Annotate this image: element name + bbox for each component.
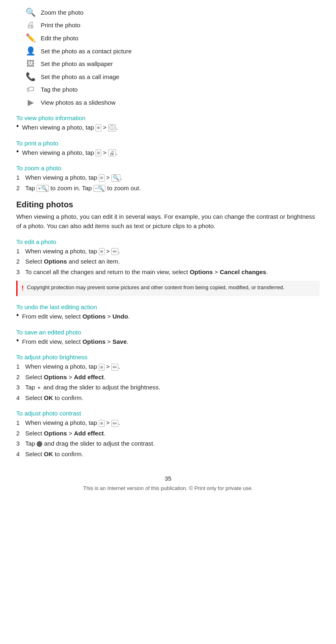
menu-icon6: ≡	[99, 420, 105, 427]
contrast-num-4: 4	[16, 450, 25, 459]
brightness-step-4: 4 Select OK to confirm.	[16, 393, 320, 403]
menu-item-slideshow: ▶ View photos as a slideshow	[16, 97, 320, 107]
edit-step-1: 1 When viewing a photo, tap ≡ > ✏.	[16, 247, 320, 256]
wallpaper-icon: 🖼	[20, 59, 41, 68]
icon-menu-list: 🔍 Zoom the photo 🖨 Print the photo ✏️ Ed…	[16, 7, 320, 107]
menu-item-callimage: 📞 Set the photo as a call image	[16, 72, 320, 81]
info-icon: ⓘ	[108, 124, 116, 132]
section-contrast: To adjust photo contrast 1 When viewing …	[16, 410, 320, 459]
view-info-text: When viewing a photo, tap ≡ > ⓘ.	[22, 123, 118, 132]
contrast-step-1: 1 When viewing a photo, tap ≡ > ✏.	[16, 418, 320, 428]
bright-step-2-text: Select Options > Add effect.	[25, 373, 105, 382]
tag-label: Tag the photo	[41, 86, 78, 93]
bullet-dot2: •	[16, 147, 19, 156]
bright-num-2: 2	[16, 373, 25, 382]
edit-label: Edit the photo	[41, 35, 79, 42]
edit-icon2: ✏	[111, 248, 118, 255]
undo-heading: To undo the last editing action	[16, 303, 320, 310]
brightness-step-1: 1 When viewing a photo, tap ≡ > ✏.	[16, 362, 320, 371]
bullet-dot: •	[16, 122, 19, 131]
section-save: To save an edited photo • From edit view…	[16, 329, 320, 347]
section-editing: Editing photos When viewing a photo, you…	[16, 200, 320, 231]
undo-text: From edit view, select Options > Undo.	[22, 312, 130, 321]
print-heading: To print a photo	[16, 140, 320, 147]
step-num-2: 2	[16, 184, 25, 193]
section-view-info: To view photo information • When viewing…	[16, 114, 320, 132]
wallpaper-label: Set the photo as wallpaper	[41, 60, 113, 67]
bright-step-4-text: Select OK to confirm.	[25, 393, 83, 403]
callimage-icon: 📞	[20, 72, 41, 81]
slideshow-icon: ▶	[20, 97, 41, 107]
save-text: From edit view, select Options > Save.	[22, 337, 128, 347]
edit-icon3: ✏	[111, 364, 118, 371]
contrast-num-1: 1	[16, 418, 25, 428]
edit-step-2: 2 Select Options and select an item.	[16, 257, 320, 266]
zoom-step-1-text: When viewing a photo, tap ≡ > 🔍.	[25, 173, 122, 182]
step-num-1: 1	[16, 173, 25, 182]
bright-step-1-text: When viewing a photo, tap ≡ > ✏.	[25, 362, 120, 371]
section-edit-photo: To edit a photo 1 When viewing a photo, …	[16, 238, 320, 277]
menu-icon4: ≡	[99, 248, 105, 255]
print-icon: 🖨	[20, 20, 41, 30]
bright-num-4: 4	[16, 393, 25, 403]
section-zoom: To zoom a photo 1 When viewing a photo, …	[16, 165, 320, 193]
zoom-step-2-text: Tap +🔍 to zoom in. Tap −🔍 to zoom out.	[25, 184, 141, 193]
contrast-num-3: 3	[16, 439, 25, 448]
menu-item-print: 🖨 Print the photo	[16, 20, 320, 30]
brightness-step-2: 2 Select Options > Add effect.	[16, 373, 320, 382]
contrast-step-4-text: Select OK to confirm.	[25, 450, 83, 459]
editing-intro: When viewing a photo, you can edit it in…	[16, 212, 320, 231]
print-icon2: 🖨	[108, 149, 116, 157]
footer-text: This is an Internet version of this publ…	[16, 485, 320, 491]
zoom-icon: 🔍	[20, 7, 41, 17]
edit-step-3: 3 To cancel all the changes and return t…	[16, 268, 320, 277]
edit-step-1-text: When viewing a photo, tap ≡ > ✏.	[25, 247, 120, 256]
view-info-heading: To view photo information	[16, 114, 320, 121]
section-undo: To undo the last editing action • From e…	[16, 303, 320, 321]
bright-step-3-text: Tap ✦ and drag the slider to adjust the …	[25, 383, 160, 392]
save-bullet: • From edit view, select Options > Save.	[16, 337, 320, 347]
edit-step-2-text: Select Options and select an item.	[25, 257, 120, 266]
edit-step-3-text: To cancel all the changes and return to …	[25, 268, 268, 277]
bullet-dot4: •	[16, 336, 19, 345]
save-heading: To save an edited photo	[16, 329, 320, 336]
contrast-step-1-text: When viewing a photo, tap ≡ > ✏.	[25, 418, 120, 428]
contrast-step-3: 3 Tap and drag the slider to adjust the …	[16, 439, 320, 448]
menu-item-edit: ✏️ Edit the photo	[16, 33, 320, 43]
contact-label: Set the photo as a contact picture	[41, 48, 131, 55]
bullet-dot3: •	[16, 311, 19, 320]
contrast-step-4: 4 Select OK to confirm.	[16, 450, 320, 459]
warning-text: Copyright protection may prevent some pi…	[27, 284, 284, 291]
callimage-label: Set the photo as a call image	[41, 73, 119, 80]
zoom-icon2: 🔍	[111, 174, 120, 182]
menu-icon5: ≡	[99, 364, 105, 371]
menu-item-wallpaper: 🖼 Set the photo as wallpaper	[16, 59, 320, 68]
zoom-label: Zoom the photo	[41, 9, 83, 16]
zoom-step-2: 2 Tap +🔍 to zoom in. Tap −🔍 to zoom out.	[16, 184, 320, 193]
bright-num-3: 3	[16, 383, 25, 392]
menu-icon3: ≡	[99, 174, 105, 182]
warning-box: ! Copyright protection may prevent some …	[16, 281, 320, 296]
contrast-step-2: 2 Select Options > Add effect.	[16, 429, 320, 438]
contrast-num-2: 2	[16, 429, 25, 438]
brightness-heading: To adjust photo brightness	[16, 354, 320, 360]
brightness-step-3: 3 Tap ✦ and drag the slider to adjust th…	[16, 383, 320, 392]
contrast-step-2-text: Select Options > Add effect.	[25, 429, 105, 438]
edit-icon4: ✏	[111, 420, 118, 427]
contrast-step-3-text: Tap and drag the slider to adjust the co…	[25, 439, 155, 448]
tag-icon: 🏷	[20, 85, 41, 94]
edit-num-2: 2	[16, 257, 25, 266]
edit-icon: ✏️	[20, 33, 41, 43]
edit-num-1: 1	[16, 247, 25, 256]
zoom-out-icon: −🔍	[94, 185, 106, 192]
menu-icon: ≡	[96, 124, 101, 132]
zoom-step-1: 1 When viewing a photo, tap ≡ > 🔍.	[16, 173, 320, 182]
edit-num-3: 3	[16, 268, 25, 277]
sun-icon: ✦	[37, 384, 41, 392]
view-info-bullet: • When viewing a photo, tap ≡ > ⓘ.	[16, 123, 320, 132]
print-text: When viewing a photo, tap ≡ > 🖨.	[22, 148, 118, 158]
slideshow-label: View photos as a slideshow	[41, 99, 116, 106]
page-number: 35	[16, 475, 320, 482]
edit-photo-heading: To edit a photo	[16, 238, 320, 245]
zoom-in-icon: +🔍	[37, 185, 49, 192]
